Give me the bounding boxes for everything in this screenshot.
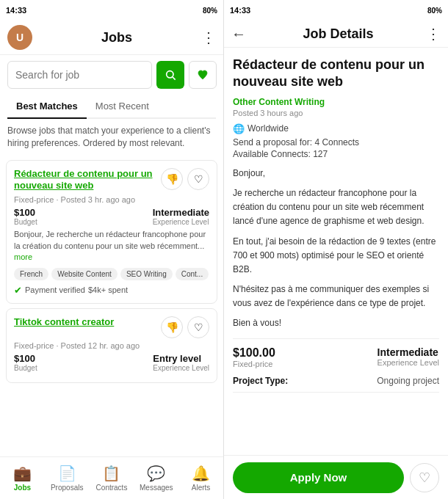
desc-p1: Bonjour, bbox=[233, 167, 439, 181]
job-level-value: Intermediate bbox=[153, 207, 209, 218]
search-input[interactable] bbox=[7, 61, 152, 89]
location-text: Worldwide bbox=[248, 123, 289, 134]
save-job-button-2[interactable]: ♡ bbox=[187, 316, 209, 338]
apply-bar: Apply Now ♡ bbox=[224, 455, 448, 499]
right-panel: 14:33 80% ← Job Details ⋮ Rédacteur de c… bbox=[224, 0, 448, 499]
jobs-title: Jobs bbox=[32, 30, 201, 45]
tab-most-recent[interactable]: Most Recent bbox=[87, 95, 158, 117]
status-icons-right: 80% bbox=[427, 7, 442, 15]
details-budget-row: $100.00 Fixed-price Intermediate Experie… bbox=[233, 338, 439, 368]
left-panel: 14:33 80% U Jobs ⋮ Best Matches Most Rec… bbox=[0, 0, 224, 499]
messages-nav-label: Messages bbox=[140, 484, 173, 492]
posted-time: Posted 3 hours ago bbox=[233, 109, 439, 117]
status-bar-left: 14:33 80% bbox=[0, 0, 223, 21]
project-type-label: Project Type: bbox=[233, 376, 288, 386]
contracts-nav-label: Contracts bbox=[96, 484, 128, 492]
tab-best-matches[interactable]: Best Matches bbox=[7, 95, 87, 119]
apply-now-button[interactable]: Apply Now bbox=[233, 462, 404, 493]
job-details-main-title: Rédacteur de contenu pour un nouveau sit… bbox=[233, 57, 439, 91]
nav-contracts[interactable]: 📋 Contracts bbox=[90, 465, 134, 492]
details-budget-col: $100.00 Fixed-price bbox=[233, 346, 275, 368]
job-budget-row-2: $100 Budget Entry level Experience Level bbox=[14, 353, 209, 372]
job-description: Bonjour, Je recherche un rédacteur franc… bbox=[14, 229, 209, 263]
job-details-content: Rédacteur de contenu pour un nouveau sit… bbox=[224, 48, 448, 455]
save-job-button[interactable]: ♡ bbox=[187, 168, 209, 190]
tag-website-content: Website Content bbox=[51, 268, 118, 280]
job-budget-section-2: $100 Budget bbox=[14, 353, 37, 372]
job-category[interactable]: Other Content Writing bbox=[233, 97, 439, 107]
job-card-header-2: Tiktok content creator 👎 ♡ bbox=[14, 316, 209, 338]
job-budget-row: $100 Budget Intermediate Experience Leve… bbox=[14, 207, 209, 226]
browse-description: Browse jobs that match your experience t… bbox=[0, 119, 223, 156]
battery-right: 80% bbox=[427, 7, 442, 15]
location-icon: 🌐 bbox=[233, 123, 245, 134]
desc-p4: N'hésitez pas à me communiquer des exemp… bbox=[233, 283, 439, 310]
nav-proposals[interactable]: 📄 Proposals bbox=[45, 465, 90, 492]
job-budget-label: Budget bbox=[14, 218, 37, 226]
details-budget-amount: $100.00 bbox=[233, 346, 275, 360]
header-menu-icon[interactable]: ⋮ bbox=[201, 29, 216, 46]
job-budget-value-2: $100 bbox=[14, 353, 37, 364]
job-title-link-2[interactable]: Tiktok content creator bbox=[14, 316, 155, 329]
proposals-nav-icon: 📄 bbox=[58, 465, 76, 482]
jobs-list: Rédacteur de contenu pour un nouveau sit… bbox=[0, 156, 223, 456]
contracts-nav-icon: 📋 bbox=[102, 465, 120, 482]
favorites-button[interactable] bbox=[189, 61, 217, 89]
spent-amount: $4k+ spent bbox=[88, 285, 128, 294]
details-budget-type: Fixed-price bbox=[233, 360, 275, 368]
nav-jobs[interactable]: 💼 Jobs bbox=[0, 465, 45, 492]
time-left: 14:33 bbox=[6, 6, 26, 15]
job-meta-2: Fixed-price · Posted 12 hr. ago ago bbox=[14, 341, 209, 350]
svg-point-0 bbox=[167, 71, 173, 78]
job-level-label: Experience Level bbox=[153, 218, 209, 226]
details-menu-icon[interactable]: ⋮ bbox=[426, 25, 441, 43]
job-title-link[interactable]: Rédacteur de contenu pour un nouveau sit… bbox=[14, 168, 155, 193]
search-button[interactable] bbox=[156, 61, 184, 89]
battery-left: 80% bbox=[203, 7, 217, 15]
dislike-button-2[interactable]: 👎 bbox=[161, 316, 183, 338]
project-type-value: Ongoing project bbox=[377, 376, 439, 386]
tag-seo-writing: SEO Writing bbox=[120, 268, 173, 280]
job-card: Rédacteur de contenu pour un nouveau sit… bbox=[6, 160, 217, 304]
details-experience-label: Experience Level bbox=[377, 358, 439, 367]
tag-french: French bbox=[14, 268, 48, 280]
alerts-nav-icon: 🔔 bbox=[192, 465, 210, 482]
details-experience-col: Intermediate Experience Level bbox=[377, 346, 439, 368]
job-budget-label-2: Budget bbox=[14, 364, 37, 372]
job-meta: Fixed-price · Posted 3 hr. ago ago bbox=[14, 195, 209, 204]
job-level-section: Intermediate Experience Level bbox=[153, 207, 209, 226]
jobs-header: U Jobs ⋮ bbox=[0, 21, 223, 55]
desc-p5: Bien à vous! bbox=[233, 316, 439, 330]
tags-row: French Website Content SEO Writing Cont.… bbox=[14, 268, 209, 280]
dislike-button[interactable]: 👎 bbox=[161, 168, 183, 190]
job-card: Tiktok content creator 👎 ♡ Fixed-price ·… bbox=[6, 308, 217, 383]
job-budget-value: $100 bbox=[14, 207, 37, 218]
job-details-header: ← Job Details ⋮ bbox=[224, 21, 448, 48]
nav-messages[interactable]: 💬 Messages bbox=[134, 465, 178, 492]
desc-p2: Je recherche un rédacteur francophone po… bbox=[233, 186, 439, 229]
search-bar bbox=[7, 61, 216, 89]
avatar: U bbox=[7, 25, 32, 50]
connects-row: Send a proposal for: 4 Connects bbox=[233, 137, 439, 147]
jobs-nav-icon: 💼 bbox=[13, 465, 32, 482]
desc-p3: En tout, j'ai besoin de la rédaction de … bbox=[233, 235, 439, 277]
location-row: 🌐 Worldwide bbox=[233, 123, 439, 134]
alerts-nav-label: Alerts bbox=[192, 484, 211, 492]
job-details-title-bar: Job Details bbox=[250, 26, 426, 42]
status-bar-right: 14:33 80% bbox=[224, 0, 448, 21]
status-icons-left: 80% bbox=[203, 7, 217, 15]
time-right: 14:33 bbox=[230, 6, 250, 15]
job-card-actions: 👎 ♡ bbox=[161, 168, 209, 190]
verified-icon: ✔ bbox=[14, 285, 22, 296]
back-button[interactable]: ← bbox=[231, 26, 246, 43]
jobs-nav-label: Jobs bbox=[14, 484, 31, 492]
apply-heart-icon: ♡ bbox=[419, 470, 430, 486]
svg-line-1 bbox=[173, 77, 176, 80]
proposals-nav-label: Proposals bbox=[51, 484, 83, 492]
bottom-nav: 💼 Jobs 📄 Proposals 📋 Contracts 💬 Message… bbox=[0, 456, 223, 499]
save-job-heart-button[interactable]: ♡ bbox=[410, 463, 439, 492]
project-type-row: Project Type: Ongoing project bbox=[233, 376, 439, 393]
read-more-link[interactable]: more bbox=[14, 252, 32, 261]
nav-alerts[interactable]: 🔔 Alerts bbox=[178, 465, 223, 492]
job-level-section-2: Entry level Experience Level bbox=[153, 353, 209, 372]
